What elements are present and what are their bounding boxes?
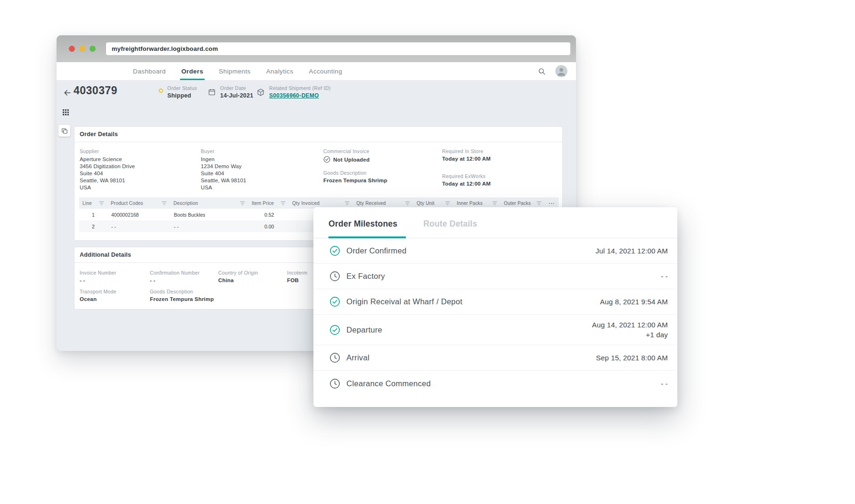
- milestone-pending-icon: [329, 378, 340, 389]
- nav-shipments[interactable]: Shipments: [219, 62, 250, 80]
- order-status-group: Order Status Shipped: [159, 85, 197, 99]
- column-header-product-codes[interactable]: Product Codes: [107, 197, 170, 209]
- url-text: myfreightforwarder.logixboard.com: [112, 45, 218, 52]
- filter-icon: [445, 201, 450, 205]
- supplier-line: Aperture Science: [80, 156, 135, 163]
- tab-route-details[interactable]: Route Details: [423, 219, 477, 238]
- copy-button[interactable]: [58, 125, 70, 137]
- goods-description-field: Goods Description Frozen Tempura Shrimp: [323, 170, 387, 183]
- required-in-store-field: Required In Store Today at 12:00 AM: [442, 148, 491, 162]
- order-date-label: Order Date: [220, 85, 253, 91]
- nav-items: Dashboard Orders Shipments Analytics Acc…: [133, 62, 342, 80]
- milestone-pending-icon: [329, 352, 340, 363]
- filter-icon: [345, 201, 350, 205]
- package-icon: [256, 88, 265, 99]
- milestone-origin-receival: Origin Receival at Wharf / Depot Aug 8, …: [313, 289, 677, 315]
- milestones-tabs: Order Milestones Route Details: [313, 207, 677, 238]
- column-header-line[interactable]: Line: [79, 197, 107, 209]
- filter-icon: [492, 201, 497, 205]
- goods-description-additional-field: Goods Description Frozen Tempura Shrimp: [150, 289, 214, 302]
- nav-accounting[interactable]: Accounting: [309, 62, 342, 80]
- url-bar[interactable]: myfreightforwarder.logixboard.com: [106, 42, 570, 55]
- buyer-line: Ingen: [201, 156, 247, 163]
- supplier-line: Seattle, WA 98101: [80, 177, 135, 184]
- avatar[interactable]: [555, 65, 567, 77]
- back-button[interactable]: [63, 88, 72, 99]
- filter-icon: [162, 201, 167, 205]
- status-dot-icon: [159, 89, 163, 93]
- calendar-icon: [208, 88, 216, 99]
- maximize-window-button[interactable]: [90, 46, 96, 52]
- incoterm-field: Incoterm FOB: [287, 270, 307, 283]
- search-icon[interactable]: [538, 67, 546, 75]
- milestone-complete-icon: [329, 296, 340, 307]
- related-shipment-link[interactable]: S00356960-DEMO: [269, 92, 331, 99]
- nav-analytics[interactable]: Analytics: [266, 62, 294, 80]
- filter-icon: [536, 201, 542, 205]
- filter-icon: [280, 201, 286, 205]
- column-header-description[interactable]: Description: [170, 197, 248, 209]
- grid-view-icon[interactable]: [63, 109, 69, 117]
- buyer-field: Buyer Ingen 1234 Demo Way Suite 404 Seat…: [201, 148, 247, 191]
- order-date-group: Order Date 14-Jul-2021: [208, 85, 253, 99]
- buyer-line: USA: [201, 184, 247, 191]
- order-details-title: Order Details: [74, 127, 562, 142]
- check-circle-icon: [323, 156, 330, 163]
- supplier-line: USA: [80, 184, 135, 191]
- nav-right: [538, 62, 567, 80]
- confirmation-number-field: Confirmation Number - -: [150, 270, 200, 283]
- milestone-departure: Departure Aug 14, 2021 12:00 AM +1 day: [313, 315, 677, 345]
- related-shipment-group: Related Shipment (Ref ID) S00356960-DEMO: [256, 85, 331, 99]
- milestone-arrival: Arrival Sep 15, 2021 8:00 AM: [313, 345, 677, 371]
- supplier-line: Suite 404: [80, 170, 135, 177]
- top-nav: Dashboard Orders Shipments Analytics Acc…: [57, 62, 576, 80]
- milestone-ex-factory: Ex Factory - -: [313, 264, 677, 289]
- invoice-number-field: Invoice Number - -: [80, 270, 116, 283]
- milestone-clearance-commenced: Clearance Commenced - -: [313, 371, 677, 396]
- close-window-button[interactable]: [69, 46, 75, 52]
- filter-icon: [405, 201, 410, 205]
- supplier-field: Supplier Aperture Science 3456 Digitizat…: [80, 148, 135, 191]
- buyer-line: Suite 404: [201, 170, 247, 177]
- tab-order-milestones[interactable]: Order Milestones: [329, 219, 397, 238]
- nav-dashboard[interactable]: Dashboard: [133, 62, 166, 80]
- supplier-line: 3456 Digitization Drive: [80, 163, 135, 170]
- milestone-order-confirmed: Order Confirmed Jul 14, 2021 12:00 AM: [313, 238, 677, 264]
- country-of-origin-field: Country of Origin China: [218, 270, 258, 283]
- column-header-item-price[interactable]: Item Price: [248, 197, 289, 209]
- copy-icon: [61, 128, 68, 134]
- buyer-line: 1234 Demo Way: [201, 163, 247, 170]
- order-date-value: 14-Jul-2021: [220, 92, 253, 99]
- filter-icon: [99, 201, 104, 205]
- minimize-window-button[interactable]: [79, 46, 85, 52]
- milestone-pending-icon: [329, 271, 340, 282]
- page-title: 4030379: [74, 84, 117, 97]
- related-shipment-label: Related Shipment (Ref ID): [269, 85, 331, 91]
- required-exworks-field: Required ExWorks Today at 12:00 AM: [442, 173, 491, 187]
- order-status-value: Shipped: [167, 92, 197, 99]
- milestone-complete-icon: [329, 325, 340, 335]
- milestone-complete-icon: [329, 245, 340, 256]
- commercial-invoice-value: Not Uploaded: [333, 157, 370, 163]
- browser-chrome-bar: myfreightforwarder.logixboard.com: [57, 35, 576, 62]
- commercial-invoice-field: Commercial Invoice Not Uploaded: [323, 148, 370, 163]
- window-controls: [69, 46, 96, 52]
- buyer-line: Seattle, WA 98101: [201, 177, 247, 184]
- nav-orders[interactable]: Orders: [181, 62, 204, 80]
- transport-mode-field: Transport Mode Ocean: [80, 289, 116, 302]
- order-milestones-panel: Order Milestones Route Details Order Con…: [313, 207, 677, 407]
- filter-icon: [240, 201, 245, 205]
- order-status-label: Order Status: [167, 85, 197, 91]
